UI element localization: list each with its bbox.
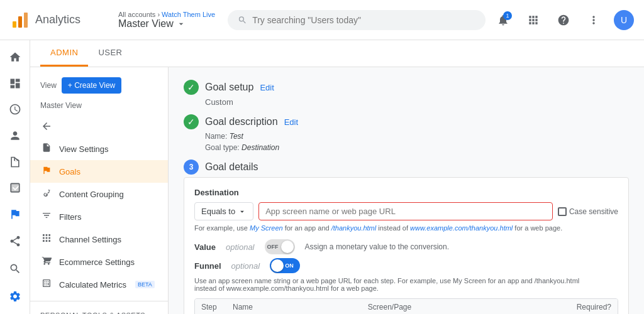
help-button[interactable] — [553, 10, 574, 30]
nav-item-view-settings[interactable]: View Settings — [30, 138, 168, 160]
beta-badge: BETA — [135, 281, 155, 288]
sidebar-item-share[interactable] — [3, 229, 28, 254]
col-name-label: Name — [233, 303, 362, 311]
nav-divider — [30, 301, 168, 301]
master-view-selector[interactable]: Master View — [118, 18, 215, 30]
tab-user[interactable]: USER — [88, 40, 132, 67]
col-required-label: Required? — [561, 303, 611, 311]
nav-item-goals[interactable]: Goals — [30, 160, 168, 183]
filter-icon — [40, 210, 53, 223]
tab-admin[interactable]: ADMIN — [40, 40, 88, 67]
home-icon — [9, 51, 21, 63]
destination-label: Destination — [194, 188, 618, 197]
funnel-optional-label: optional — [231, 261, 260, 271]
master-view-label: Master View — [30, 99, 168, 115]
step-table-header: Step Name Screen/Page Required? — [195, 299, 618, 314]
svg-rect-2 — [24, 13, 28, 28]
goal-description-header: ✓ Goal description Edit — [184, 114, 629, 129]
analytics-logo — [10, 10, 30, 30]
ecommerce-label: Ecommerce Settings — [59, 257, 135, 267]
goal-details-section: 3 Goal details Destination Equals to — [184, 160, 629, 314]
value-row: Value optional OFF Assign a monetary val… — [194, 239, 618, 254]
value-toggle[interactable]: OFF — [265, 239, 295, 254]
nav-item-calculated-metrics[interactable]: Calculated Metrics BETA — [30, 273, 168, 296]
nav-item-filters[interactable]: Filters — [30, 205, 168, 228]
filters-label: Filters — [59, 212, 81, 222]
funnel-row: Funnel optional ON — [194, 258, 618, 273]
sidebar-item-reports[interactable] — [3, 72, 28, 95]
search2-icon — [9, 263, 21, 275]
sidebar-item-settings[interactable] — [3, 284, 28, 309]
goal-name-detail: Name: Test — [184, 132, 629, 141]
goal-details-title: Goal details — [205, 161, 258, 173]
goal-type-detail: Goal type: Destination — [184, 143, 629, 152]
nav-item-ecommerce[interactable]: Ecommerce Settings — [30, 251, 168, 273]
search-input[interactable] — [252, 15, 475, 25]
wrench-icon — [40, 188, 53, 200]
value-label: Value — [194, 242, 216, 252]
name-label: Name: — [205, 132, 227, 141]
nav-item-content-grouping[interactable]: Content Grouping — [30, 183, 168, 205]
svg-rect-1 — [18, 16, 22, 28]
search-bar[interactable] — [228, 10, 486, 30]
svg-rect-0 — [13, 21, 16, 28]
app-title: Analytics — [35, 13, 80, 26]
goal-setup-edit-link[interactable]: Edit — [260, 83, 274, 92]
apps-button[interactable] — [523, 10, 543, 30]
account-path: All accounts › Watch Them Live — [118, 11, 215, 18]
sidebar-item-audience[interactable] — [3, 124, 28, 148]
channel-icon — [40, 233, 53, 246]
view-settings-label: View Settings — [59, 144, 109, 154]
name-value: Test — [230, 132, 243, 141]
more-options-button[interactable] — [584, 10, 604, 30]
type-label: Goal type: — [205, 143, 240, 152]
cart-icon — [40, 256, 53, 268]
case-sensitive-checkbox[interactable] — [558, 207, 567, 216]
toggle-off-label: OFF — [266, 244, 279, 250]
goal-details-header: 3 Goal details — [184, 160, 629, 175]
nav-icons: 1 U — [493, 10, 634, 30]
chevron-down-icon — [176, 19, 186, 29]
url-input[interactable] — [258, 202, 553, 220]
type-value: Destination — [242, 143, 279, 152]
sidebar-item-behavior[interactable] — [3, 176, 28, 200]
notification-bell[interactable]: 1 — [493, 10, 513, 30]
goal-description-edit-link[interactable]: Edit — [284, 117, 298, 127]
sidebar-item-search2[interactable] — [3, 256, 28, 281]
back-arrow-icon — [38, 117, 55, 135]
sidebar-item-realtime[interactable] — [3, 97, 28, 121]
toggle-circle — [281, 241, 294, 253]
create-view-button[interactable]: + Create View — [62, 77, 122, 94]
funnel-toggle[interactable]: ON — [270, 258, 300, 273]
nav-item-channel-settings[interactable]: Channel Settings — [30, 228, 168, 251]
top-nav: Analytics All accounts › Watch Them Live… — [0, 0, 644, 40]
funnel-label: Funnel — [194, 261, 221, 271]
user-avatar[interactable]: U — [614, 10, 634, 30]
body-layout: ADMIN USER View + Create View Master Vie… — [0, 40, 644, 314]
toggle-on-label: ON — [284, 263, 296, 269]
icon-sidebar — [0, 40, 30, 314]
personal-tools-title: PERSONAL TOOLS & ASSETS — [30, 306, 168, 314]
goal-setup-section: ✓ Goal setup Edit Custom — [184, 80, 629, 107]
acquisition-icon — [9, 156, 21, 168]
view-header: View + Create View — [30, 77, 168, 99]
person-icon — [9, 129, 21, 142]
step3-number-icon: 3 — [184, 160, 199, 175]
nav-back-button[interactable] — [30, 115, 168, 138]
goal-description-section: ✓ Goal description Edit Name: Test Goal … — [184, 114, 629, 152]
channel-settings-label: Channel Settings — [59, 235, 121, 244]
logo-area: Analytics — [10, 10, 111, 30]
goal-setup-sub: Custom — [184, 97, 629, 107]
side-nav: View + Create View Master View View Sett… — [30, 67, 169, 314]
col-screen-label: Screen/Page — [368, 303, 561, 311]
sidebar-item-home[interactable] — [3, 45, 28, 69]
value-hint: Assign a monetary value to the conversio… — [305, 242, 449, 251]
calculated-metrics-label: Calculated Metrics — [59, 280, 126, 290]
dashboard-icon — [9, 77, 21, 90]
sidebar-item-conversions[interactable] — [3, 202, 28, 226]
destination-row: Equals to Case sensitive — [194, 202, 618, 220]
equals-to-button[interactable]: Equals to — [194, 202, 253, 220]
col-step-label: Step — [201, 303, 233, 311]
sidebar-item-acquisition[interactable] — [3, 150, 28, 174]
behavior-icon — [9, 181, 21, 194]
